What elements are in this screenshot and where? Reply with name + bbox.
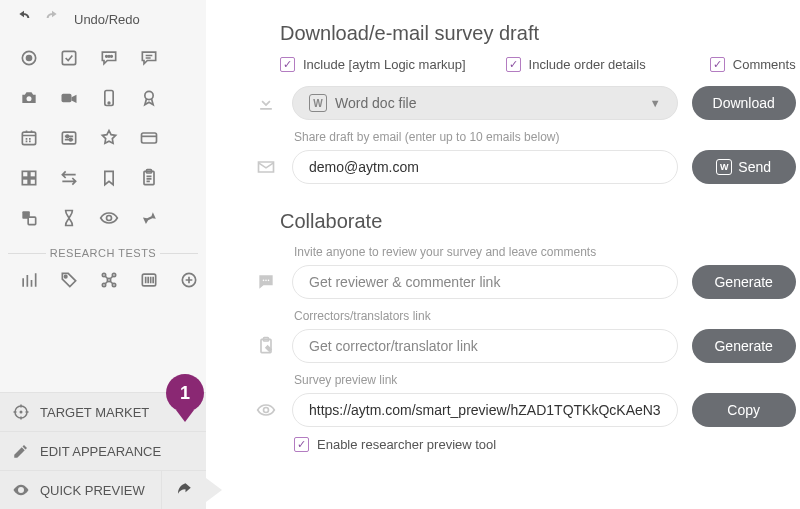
share-hint: Share draft by email (enter up to 10 ema… [254,130,796,144]
check-icon: ✓ [710,57,725,72]
grid-icon[interactable] [14,165,44,191]
nav-edit-appearance-label: EDIT APPEARANCE [40,444,161,459]
download-icon [254,93,278,113]
star-icon[interactable] [94,125,124,151]
svg-point-29 [112,283,115,286]
collaborate-section-title: Collaborate [254,210,796,233]
bar-chart-icon[interactable] [14,267,44,293]
nav-quick-preview-label: QUICK PREVIEW [40,483,145,498]
send-button[interactable]: W Send [692,150,796,184]
speech-icon[interactable] [94,45,124,71]
mail-icon [254,157,278,177]
preview-link-field[interactable]: https://aytm.com/smart_preview/hZAD1TQTK… [292,393,678,427]
enable-researcher-label: Enable researcher preview tool [317,437,496,452]
svg-point-14 [69,138,72,141]
undo-icon[interactable] [14,8,34,31]
layers-icon[interactable] [14,205,44,231]
eye-outline-icon [254,400,278,420]
eye-icon[interactable] [94,205,124,231]
copy-button[interactable]: Copy [692,393,796,427]
chevron-down-icon: ▼ [650,97,661,109]
svg-point-26 [102,273,105,276]
svg-rect-19 [30,179,36,185]
svg-point-10 [145,91,153,99]
nav-target-market-label: TARGET MARKET [40,405,149,420]
comment-icon [254,272,278,292]
tag-icon[interactable] [54,267,84,293]
reviewer-link-field[interactable]: Get reviewer & commenter link [292,265,678,299]
nav-target-market[interactable]: TARGET MARKET [0,392,206,431]
svg-point-38 [268,280,270,282]
generate-reviewer-button[interactable]: Generate [692,265,796,299]
svg-rect-17 [30,171,36,177]
svg-point-24 [107,216,112,221]
svg-rect-23 [28,217,35,225]
svg-point-35 [20,489,23,492]
svg-point-5 [111,56,113,58]
svg-point-34 [20,411,22,413]
barcode-icon[interactable] [134,267,164,293]
card-icon[interactable] [134,125,164,151]
svg-point-4 [108,56,110,58]
research-tests-row [0,267,206,305]
svg-point-25 [64,275,67,278]
svg-point-6 [27,96,32,101]
download-section-title: Download/e-mail survey draft [254,22,796,45]
check-include-order[interactable]: ✓ Include order details [506,57,646,72]
checkbox-icon[interactable] [54,45,84,71]
question-type-grid [0,37,206,241]
nav-edit-appearance[interactable]: EDIT APPEARANCE [0,431,206,470]
video-icon[interactable] [54,85,84,111]
reviewer-hint: Invite anyone to review your survey and … [254,245,796,259]
pin-icon[interactable] [134,205,164,231]
plus-circle-icon[interactable] [174,267,204,293]
download-button[interactable]: Download [692,86,796,120]
camera-icon[interactable] [14,85,44,111]
blank-icon [174,45,204,71]
check-icon: ✓ [280,57,295,72]
svg-point-36 [263,280,265,282]
email-input[interactable]: demo@aytm.com [292,150,678,184]
radio-icon[interactable] [14,45,44,71]
arrows-icon[interactable] [54,165,84,191]
corrector-hint: Correctors/translators link [254,309,796,323]
research-tests-label: RESEARCH TESTS [0,241,206,267]
hourglass-icon[interactable] [54,205,84,231]
calendar-icon[interactable] [14,125,44,151]
speech-lines-icon[interactable] [134,45,164,71]
svg-point-3 [106,56,108,58]
svg-point-30 [107,278,110,281]
award-icon[interactable] [134,85,164,111]
svg-rect-12 [62,132,75,144]
check-icon[interactable]: ✓ [294,437,309,452]
svg-rect-7 [62,94,72,102]
bookmark-icon[interactable] [94,165,124,191]
slider-icon[interactable] [54,125,84,151]
format-dropdown[interactable]: W Word doc file ▼ [292,86,678,120]
svg-rect-18 [22,179,28,185]
sidebar: Undo/Redo RESEARCH TESTS [0,0,206,509]
svg-point-37 [265,280,267,282]
word-icon: W [716,159,732,175]
check-comments[interactable]: ✓ Comments [710,57,796,72]
undo-redo-label: Undo/Redo [74,12,140,27]
redo-icon[interactable] [42,8,62,31]
share-button[interactable] [162,471,206,509]
svg-point-1 [27,56,32,61]
svg-point-13 [66,135,69,138]
check-icon: ✓ [506,57,521,72]
svg-point-27 [112,273,115,276]
corrector-link-field[interactable]: Get corrector/translator link [292,329,678,363]
mobile-icon[interactable] [94,85,124,111]
preview-hint: Survey preview link [254,373,796,387]
word-icon: W [309,94,327,112]
nav-quick-preview[interactable]: QUICK PREVIEW [0,471,162,509]
clipboard-icon[interactable] [134,165,164,191]
generate-corrector-button[interactable]: Generate [692,329,796,363]
check-include-logic[interactable]: ✓ Include [aytm Logic markup] [280,57,466,72]
svg-point-41 [264,408,269,413]
main-panel: Download/e-mail survey draft ✓ Include [… [206,0,800,509]
svg-point-9 [108,102,110,104]
svg-point-28 [102,283,105,286]
network-icon[interactable] [94,267,124,293]
